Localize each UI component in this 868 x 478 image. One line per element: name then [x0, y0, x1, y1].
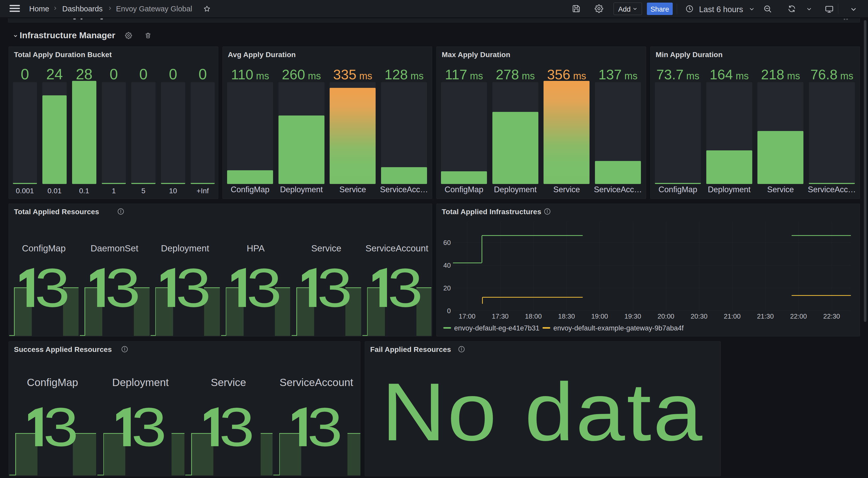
svg-text:3: 3: [307, 396, 343, 457]
svg-text:3: 3: [43, 396, 79, 457]
svg-text:3: 3: [246, 257, 282, 318]
svg-text:3: 3: [105, 257, 141, 318]
svg-text:3: 3: [35, 257, 70, 318]
svg-text:3: 3: [176, 257, 211, 318]
svg-text:3: 3: [131, 396, 167, 457]
svg-text:3: 3: [317, 257, 352, 318]
svg-text:3: 3: [388, 257, 423, 318]
svg-text:3: 3: [219, 396, 254, 457]
